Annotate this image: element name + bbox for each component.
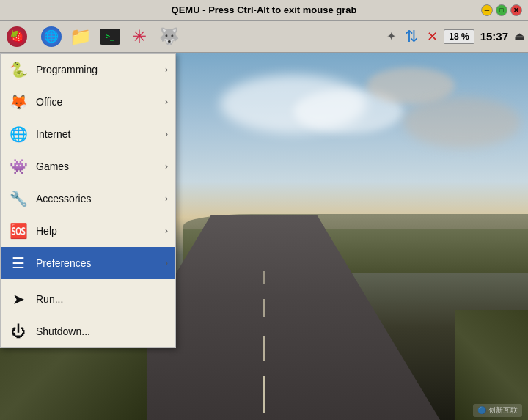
preferences-icon: ☰: [8, 253, 29, 273]
maximize-button[interactable]: □: [496, 4, 507, 16]
accessories-icon: 🔧: [8, 188, 29, 209]
run-icon: ➤: [8, 289, 29, 309]
titlebar-title: QEMU - Press Ctrl-Alt to exit mouse grab: [172, 4, 357, 15]
clock: 15:37: [477, 30, 511, 43]
bluetooth-icon: ✦: [384, 26, 399, 46]
cloud-4: [403, 97, 521, 148]
terminal-taskbar-icon[interactable]: >_: [96, 23, 124, 51]
folder-taskbar-icon[interactable]: 📁: [67, 23, 95, 51]
globe-icon: 🌐: [41, 26, 62, 47]
taskbar-right: ✦ ⇅ ✕ 18 % 15:37 ⏏: [384, 26, 525, 48]
titlebar-controls: ─ □ ✕: [481, 4, 522, 16]
application-menu: 🐍 Programming › 🦊 Office › 🌐 Internet › …: [0, 53, 176, 348]
office-icon: 🦊: [8, 92, 29, 112]
office-label: Office: [36, 96, 158, 108]
internet-label: Internet: [36, 128, 158, 140]
menu-item-internet[interactable]: 🌐 Internet ›: [1, 118, 175, 150]
watermark: 🔵 创新互联: [473, 404, 522, 417]
network-disconnect-icon[interactable]: ✕: [424, 26, 441, 48]
menu-divider: [1, 281, 175, 281]
raspberry-taskbar-icon[interactable]: 🍓: [3, 23, 31, 51]
preferences-label: Preferences: [36, 257, 158, 269]
help-label: Help: [36, 225, 158, 237]
asterisk-taskbar-icon[interactable]: ✳: [125, 23, 153, 51]
menu-item-help[interactable]: 🆘 Help ›: [1, 215, 175, 247]
titlebar: QEMU - Press Ctrl-Alt to exit mouse grab…: [0, 0, 528, 21]
road-line-1: [263, 376, 265, 413]
menu-item-preferences[interactable]: ☰ Preferences ›: [1, 247, 175, 279]
wolf-taskbar-icon[interactable]: 🐺: [155, 23, 183, 51]
close-button[interactable]: ✕: [510, 4, 522, 16]
minimize-button[interactable]: ─: [481, 4, 493, 16]
road-line-3: [263, 299, 265, 317]
menu-item-games[interactable]: 👾 Games ›: [1, 150, 175, 183]
internet-icon: 🌐: [8, 124, 29, 144]
games-label: Games: [36, 161, 158, 172]
programming-icon: 🐍: [8, 59, 29, 80]
internet-arrow: ›: [165, 129, 168, 139]
wolf-icon: 🐺: [159, 27, 179, 46]
road-line-4: [263, 271, 265, 284]
help-icon: 🆘: [8, 221, 29, 241]
shutdown-label: Shutdown...: [36, 325, 168, 337]
accessories-label: Accessories: [36, 193, 158, 205]
accessories-arrow: ›: [165, 194, 168, 204]
road-line-2: [263, 336, 265, 361]
programming-arrow: ›: [165, 65, 168, 75]
run-label: Run...: [36, 293, 168, 305]
terminal-icon: >_: [100, 29, 120, 45]
desktop: 🐍 Programming › 🦊 Office › 🌐 Internet › …: [0, 53, 528, 420]
menu-item-office[interactable]: 🦊 Office ›: [1, 86, 175, 118]
taskbar: 🍓 🌐 📁 >_ ✳ 🐺 ✦ ⇅ ✕ 18 % 15:37 ⏏: [0, 21, 528, 53]
menu-item-shutdown[interactable]: ⏻ Shutdown...: [1, 315, 175, 347]
menu-item-accessories[interactable]: 🔧 Accessories ›: [1, 183, 175, 215]
programming-label: Programming: [36, 64, 158, 75]
watermark-text: 🔵 创新互联: [477, 406, 518, 414]
shutdown-icon: ⏻: [8, 321, 29, 342]
help-arrow: ›: [165, 226, 168, 236]
folder-icon: 📁: [70, 26, 92, 47]
menu-item-run[interactable]: ➤ Run...: [1, 283, 175, 315]
battery-indicator: 18 %: [444, 29, 474, 44]
preferences-arrow: ›: [165, 258, 168, 268]
taskbar-separator-1: [34, 25, 34, 48]
eject-icon[interactable]: ⏏: [514, 29, 525, 43]
games-icon: 👾: [8, 156, 29, 177]
asterisk-icon: ✳: [132, 26, 147, 47]
raspberry-icon: 🍓: [7, 26, 27, 47]
games-arrow: ›: [165, 161, 168, 172]
menu-item-programming[interactable]: 🐍 Programming ›: [1, 54, 175, 86]
network-arrows-icon: ⇅: [402, 27, 421, 46]
globe-taskbar-icon[interactable]: 🌐: [37, 23, 65, 51]
office-arrow: ›: [165, 97, 168, 107]
